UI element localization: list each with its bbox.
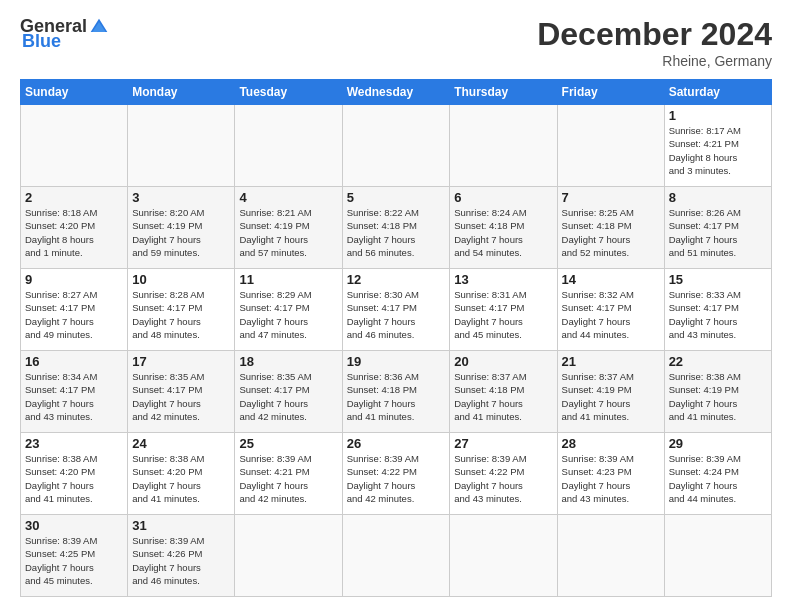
day-cell: 2 Sunrise: 8:18 AMSunset: 4:20 PMDayligh… — [21, 187, 128, 269]
day-detail: Sunrise: 8:17 AMSunset: 4:21 PMDaylight … — [669, 124, 767, 177]
day-detail: Sunrise: 8:31 AMSunset: 4:17 PMDaylight … — [454, 288, 552, 341]
day-cell — [342, 515, 450, 597]
header-sunday: Sunday — [21, 80, 128, 105]
day-cell: 1 Sunrise: 8:17 AMSunset: 4:21 PMDayligh… — [664, 105, 771, 187]
day-detail: Sunrise: 8:38 AMSunset: 4:20 PMDaylight … — [132, 452, 230, 505]
day-number: 19 — [347, 354, 446, 369]
day-detail: Sunrise: 8:37 AMSunset: 4:19 PMDaylight … — [562, 370, 660, 423]
day-cell: 24 Sunrise: 8:38 AMSunset: 4:20 PMDaylig… — [128, 433, 235, 515]
day-cell: 11 Sunrise: 8:29 AMSunset: 4:17 PMDaylig… — [235, 269, 342, 351]
day-cell: 22 Sunrise: 8:38 AMSunset: 4:19 PMDaylig… — [664, 351, 771, 433]
day-detail: Sunrise: 8:35 AMSunset: 4:17 PMDaylight … — [239, 370, 337, 423]
day-cell — [128, 105, 235, 187]
day-number: 13 — [454, 272, 552, 287]
header-saturday: Saturday — [664, 80, 771, 105]
day-detail: Sunrise: 8:38 AMSunset: 4:19 PMDaylight … — [669, 370, 767, 423]
day-number: 16 — [25, 354, 123, 369]
week-row-2: 2 Sunrise: 8:18 AMSunset: 4:20 PMDayligh… — [21, 187, 772, 269]
week-row-4: 16 Sunrise: 8:34 AMSunset: 4:17 PMDaylig… — [21, 351, 772, 433]
day-detail: Sunrise: 8:39 AMSunset: 4:24 PMDaylight … — [669, 452, 767, 505]
header-friday: Friday — [557, 80, 664, 105]
day-cell: 23 Sunrise: 8:38 AMSunset: 4:20 PMDaylig… — [21, 433, 128, 515]
day-detail: Sunrise: 8:26 AMSunset: 4:17 PMDaylight … — [669, 206, 767, 259]
week-row-6: 30 Sunrise: 8:39 AMSunset: 4:25 PMDaylig… — [21, 515, 772, 597]
day-detail: Sunrise: 8:18 AMSunset: 4:20 PMDaylight … — [25, 206, 123, 259]
day-number: 24 — [132, 436, 230, 451]
day-detail: Sunrise: 8:25 AMSunset: 4:18 PMDaylight … — [562, 206, 660, 259]
day-number: 29 — [669, 436, 767, 451]
day-detail: Sunrise: 8:21 AMSunset: 4:19 PMDaylight … — [239, 206, 337, 259]
week-row-3: 9 Sunrise: 8:27 AMSunset: 4:17 PMDayligh… — [21, 269, 772, 351]
day-cell — [450, 515, 557, 597]
day-detail: Sunrise: 8:22 AMSunset: 4:18 PMDaylight … — [347, 206, 446, 259]
header-thursday: Thursday — [450, 80, 557, 105]
day-cell: 27 Sunrise: 8:39 AMSunset: 4:22 PMDaylig… — [450, 433, 557, 515]
day-detail: Sunrise: 8:35 AMSunset: 4:17 PMDaylight … — [132, 370, 230, 423]
day-cell: 26 Sunrise: 8:39 AMSunset: 4:22 PMDaylig… — [342, 433, 450, 515]
day-number: 7 — [562, 190, 660, 205]
week-row-1: 1 Sunrise: 8:17 AMSunset: 4:21 PMDayligh… — [21, 105, 772, 187]
day-detail: Sunrise: 8:34 AMSunset: 4:17 PMDaylight … — [25, 370, 123, 423]
day-cell: 8 Sunrise: 8:26 AMSunset: 4:17 PMDayligh… — [664, 187, 771, 269]
day-detail: Sunrise: 8:24 AMSunset: 4:18 PMDaylight … — [454, 206, 552, 259]
day-cell: 15 Sunrise: 8:33 AMSunset: 4:17 PMDaylig… — [664, 269, 771, 351]
day-detail: Sunrise: 8:29 AMSunset: 4:17 PMDaylight … — [239, 288, 337, 341]
day-number: 8 — [669, 190, 767, 205]
day-cell — [21, 105, 128, 187]
logo: General Blue — [20, 16, 109, 52]
day-cell: 18 Sunrise: 8:35 AMSunset: 4:17 PMDaylig… — [235, 351, 342, 433]
day-number: 6 — [454, 190, 552, 205]
day-number: 3 — [132, 190, 230, 205]
day-number: 11 — [239, 272, 337, 287]
day-number: 5 — [347, 190, 446, 205]
day-detail: Sunrise: 8:36 AMSunset: 4:18 PMDaylight … — [347, 370, 446, 423]
calendar: SundayMondayTuesdayWednesdayThursdayFrid… — [20, 79, 772, 597]
day-number: 28 — [562, 436, 660, 451]
day-number: 20 — [454, 354, 552, 369]
day-cell — [235, 105, 342, 187]
day-number: 22 — [669, 354, 767, 369]
header-tuesday: Tuesday — [235, 80, 342, 105]
day-detail: Sunrise: 8:38 AMSunset: 4:20 PMDaylight … — [25, 452, 123, 505]
day-cell — [664, 515, 771, 597]
day-number: 14 — [562, 272, 660, 287]
day-number: 30 — [25, 518, 123, 533]
day-cell: 3 Sunrise: 8:20 AMSunset: 4:19 PMDayligh… — [128, 187, 235, 269]
day-number: 21 — [562, 354, 660, 369]
day-cell: 19 Sunrise: 8:36 AMSunset: 4:18 PMDaylig… — [342, 351, 450, 433]
month-title: December 2024 — [537, 16, 772, 53]
day-cell: 25 Sunrise: 8:39 AMSunset: 4:21 PMDaylig… — [235, 433, 342, 515]
page: General Blue December 2024 Rheine, Germa… — [0, 0, 792, 607]
day-cell: 29 Sunrise: 8:39 AMSunset: 4:24 PMDaylig… — [664, 433, 771, 515]
day-cell: 28 Sunrise: 8:39 AMSunset: 4:23 PMDaylig… — [557, 433, 664, 515]
day-cell — [450, 105, 557, 187]
day-detail: Sunrise: 8:27 AMSunset: 4:17 PMDaylight … — [25, 288, 123, 341]
title-block: December 2024 Rheine, Germany — [537, 16, 772, 69]
day-detail: Sunrise: 8:30 AMSunset: 4:17 PMDaylight … — [347, 288, 446, 341]
day-cell: 17 Sunrise: 8:35 AMSunset: 4:17 PMDaylig… — [128, 351, 235, 433]
day-detail: Sunrise: 8:39 AMSunset: 4:22 PMDaylight … — [347, 452, 446, 505]
day-number: 12 — [347, 272, 446, 287]
day-detail: Sunrise: 8:20 AMSunset: 4:19 PMDaylight … — [132, 206, 230, 259]
day-cell: 10 Sunrise: 8:28 AMSunset: 4:17 PMDaylig… — [128, 269, 235, 351]
day-cell: 12 Sunrise: 8:30 AMSunset: 4:17 PMDaylig… — [342, 269, 450, 351]
day-detail: Sunrise: 8:39 AMSunset: 4:23 PMDaylight … — [562, 452, 660, 505]
day-cell — [557, 105, 664, 187]
day-detail: Sunrise: 8:33 AMSunset: 4:17 PMDaylight … — [669, 288, 767, 341]
day-cell: 16 Sunrise: 8:34 AMSunset: 4:17 PMDaylig… — [21, 351, 128, 433]
week-row-5: 23 Sunrise: 8:38 AMSunset: 4:20 PMDaylig… — [21, 433, 772, 515]
header-monday: Monday — [128, 80, 235, 105]
day-number: 23 — [25, 436, 123, 451]
day-cell: 21 Sunrise: 8:37 AMSunset: 4:19 PMDaylig… — [557, 351, 664, 433]
day-detail: Sunrise: 8:28 AMSunset: 4:17 PMDaylight … — [132, 288, 230, 341]
day-cell: 13 Sunrise: 8:31 AMSunset: 4:17 PMDaylig… — [450, 269, 557, 351]
day-cell: 31 Sunrise: 8:39 AMSunset: 4:26 PMDaylig… — [128, 515, 235, 597]
subtitle: Rheine, Germany — [537, 53, 772, 69]
calendar-header-row: SundayMondayTuesdayWednesdayThursdayFrid… — [21, 80, 772, 105]
day-detail: Sunrise: 8:39 AMSunset: 4:21 PMDaylight … — [239, 452, 337, 505]
day-detail: Sunrise: 8:39 AMSunset: 4:26 PMDaylight … — [132, 534, 230, 587]
day-number: 1 — [669, 108, 767, 123]
day-detail: Sunrise: 8:32 AMSunset: 4:17 PMDaylight … — [562, 288, 660, 341]
logo-blue-text: Blue — [20, 31, 61, 52]
day-number: 18 — [239, 354, 337, 369]
